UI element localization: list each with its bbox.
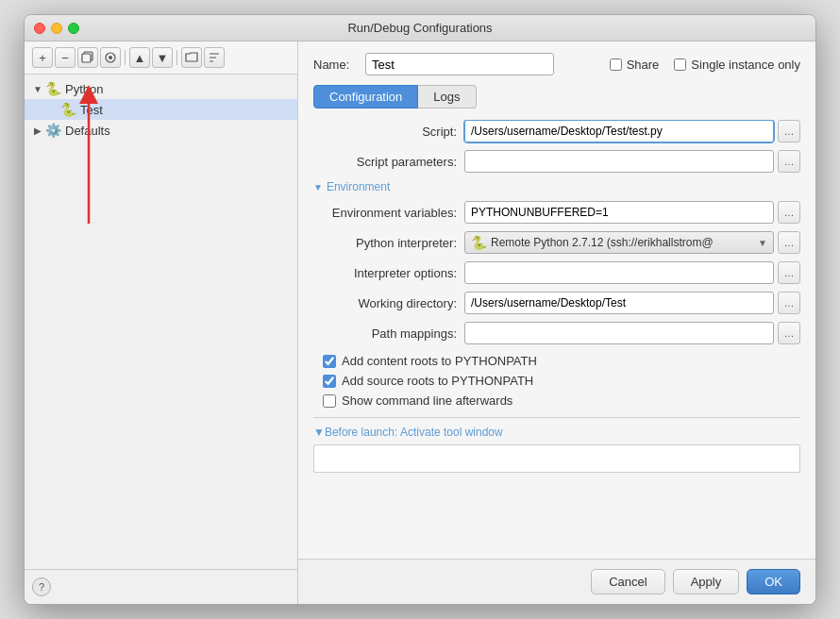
python-group-label: Python xyxy=(65,82,103,96)
interpreter-browse-button[interactable]: … xyxy=(778,231,800,254)
before-launch-box xyxy=(313,444,800,473)
before-launch-label: Before launch: Activate tool window xyxy=(325,426,503,439)
script-browse-button[interactable]: … xyxy=(778,120,800,142)
env-vars-row: Environment variables: … xyxy=(313,201,800,224)
config-tree: ▼ 🐍 Python 🐍 Test ▶ ⚙️ Defaults xyxy=(25,75,297,569)
add-source-roots-checkbox[interactable] xyxy=(323,375,336,388)
show-cmdline-checkbox[interactable] xyxy=(323,394,336,408)
test-config-item[interactable]: 🐍 Test xyxy=(25,99,297,120)
share-section: Share Single instance only xyxy=(610,58,800,72)
python-icon: 🐍 xyxy=(45,81,61,96)
before-launch-header: ▼ Before launch: Activate tool window xyxy=(313,426,800,439)
traffic-lights xyxy=(34,23,79,34)
toolbar-separator xyxy=(125,50,126,65)
python-path-checkboxes: Add content roots to PYTHONPATH Add sour… xyxy=(313,354,800,408)
add-config-button[interactable]: + xyxy=(32,47,53,68)
share-checkbox[interactable] xyxy=(610,59,622,71)
expand-arrow: ▼ xyxy=(32,83,43,94)
interp-options-browse-button[interactable]: … xyxy=(778,261,800,284)
folder-button[interactable] xyxy=(181,47,202,68)
interpreter-select[interactable]: 🐍 Remote Python 2.7.12 (ssh://erikhallst… xyxy=(464,231,774,254)
script-params-input[interactable] xyxy=(464,150,774,173)
edit-config-button[interactable] xyxy=(100,47,121,68)
toolbar-separator2 xyxy=(176,50,177,65)
add-source-roots-label: Add source roots to PYTHONPATH xyxy=(342,374,533,388)
working-dir-label: Working directory: xyxy=(313,296,464,310)
env-vars-browse-button[interactable]: … xyxy=(778,201,800,224)
path-mappings-row: Path mappings: … xyxy=(313,322,800,344)
working-dir-browse-button[interactable]: … xyxy=(778,292,800,314)
interpreter-label: Python interpreter: xyxy=(313,236,464,250)
interp-options-label: Interpreter options: xyxy=(313,266,464,280)
add-source-roots-row: Add source roots to PYTHONPATH xyxy=(323,374,800,388)
defaults-icon: ⚙️ xyxy=(45,123,61,138)
cancel-button[interactable]: Cancel xyxy=(591,569,664,594)
maximize-button[interactable] xyxy=(68,23,79,34)
single-instance-checkbox[interactable] xyxy=(674,59,686,71)
titlebar: Run/Debug Configurations xyxy=(25,15,815,42)
minimize-button[interactable] xyxy=(51,23,62,34)
close-button[interactable] xyxy=(34,23,45,34)
svg-rect-1 xyxy=(82,54,91,62)
interp-options-row: Interpreter options: … xyxy=(313,261,800,284)
defaults-label: Defaults xyxy=(65,124,110,138)
edit-icon xyxy=(104,51,117,64)
sidebar: + − ▲ ▼ xyxy=(25,42,298,604)
sidebar-toolbar: + − ▲ ▼ xyxy=(25,42,297,75)
environment-section-header: ▼ Environment xyxy=(313,180,800,193)
help-button[interactable]: ? xyxy=(32,577,51,596)
test-run-icon: 🐍 xyxy=(60,102,76,117)
footer: Cancel Apply OK xyxy=(298,559,815,604)
share-label: Share xyxy=(627,58,660,72)
path-mappings-label: Path mappings: xyxy=(313,326,464,341)
script-params-label: Script parameters: xyxy=(313,155,464,169)
show-cmdline-row: Show command line afterwards xyxy=(323,393,800,408)
no-arrow xyxy=(47,104,59,115)
ok-button[interactable]: OK xyxy=(747,569,800,594)
name-label: Name: xyxy=(313,58,356,72)
script-label: Script: xyxy=(313,125,464,139)
sort-button[interactable] xyxy=(204,47,225,68)
single-instance-row: Single instance only xyxy=(674,58,800,72)
copy-config-button[interactable] xyxy=(77,47,98,68)
configuration-tab[interactable]: Configuration xyxy=(313,85,418,109)
python-config-group[interactable]: ▼ 🐍 Python xyxy=(25,78,297,99)
defaults-arrow: ▶ xyxy=(32,125,43,136)
form-section: Script: … Script parameters: … ▼ Environ… xyxy=(313,120,800,547)
move-up-button[interactable]: ▲ xyxy=(129,47,150,68)
interpreter-python-icon: 🐍 xyxy=(471,235,487,250)
share-checkbox-row: Share xyxy=(610,58,660,72)
env-arrow-icon: ▼ xyxy=(313,182,323,192)
working-dir-row: Working directory: … xyxy=(313,292,800,314)
interp-options-input[interactable] xyxy=(464,261,774,284)
window-title: Run/Debug Configurations xyxy=(347,21,492,35)
add-content-roots-checkbox[interactable] xyxy=(323,355,336,368)
main-panel: Name: Share Single instance only xyxy=(298,42,815,559)
sidebar-bottom: ? xyxy=(25,569,297,604)
sort-icon xyxy=(208,51,221,64)
single-instance-label: Single instance only xyxy=(691,58,800,72)
name-row: Name: Share Single instance only xyxy=(313,53,800,75)
script-params-browse-button[interactable]: … xyxy=(778,150,800,173)
config-tabs: Configuration Logs xyxy=(313,85,800,109)
interpreter-dropdown-icon: ▼ xyxy=(758,238,767,248)
add-content-roots-label: Add content roots to PYTHONPATH xyxy=(342,354,537,368)
remove-config-button[interactable]: − xyxy=(55,47,76,68)
name-input[interactable] xyxy=(365,53,554,75)
env-vars-input[interactable] xyxy=(464,201,774,224)
before-launch-arrow-icon: ▼ xyxy=(313,426,325,439)
logs-tab[interactable]: Logs xyxy=(418,85,476,109)
apply-button[interactable]: Apply xyxy=(673,569,740,594)
script-row: Script: … xyxy=(313,120,800,142)
working-dir-input[interactable] xyxy=(464,292,774,314)
script-input[interactable] xyxy=(464,120,774,142)
copy-icon xyxy=(81,51,94,64)
env-section-label: Environment xyxy=(327,180,390,193)
move-down-button[interactable]: ▼ xyxy=(152,47,173,68)
interpreter-row: Python interpreter: 🐍 Remote Python 2.7.… xyxy=(313,231,800,254)
svg-point-3 xyxy=(109,56,112,59)
before-launch-section: ▼ Before launch: Activate tool window xyxy=(313,417,800,473)
path-mappings-browse-button[interactable]: … xyxy=(778,322,800,344)
path-mappings-input[interactable] xyxy=(464,322,774,344)
defaults-config-item[interactable]: ▶ ⚙️ Defaults xyxy=(25,120,297,141)
